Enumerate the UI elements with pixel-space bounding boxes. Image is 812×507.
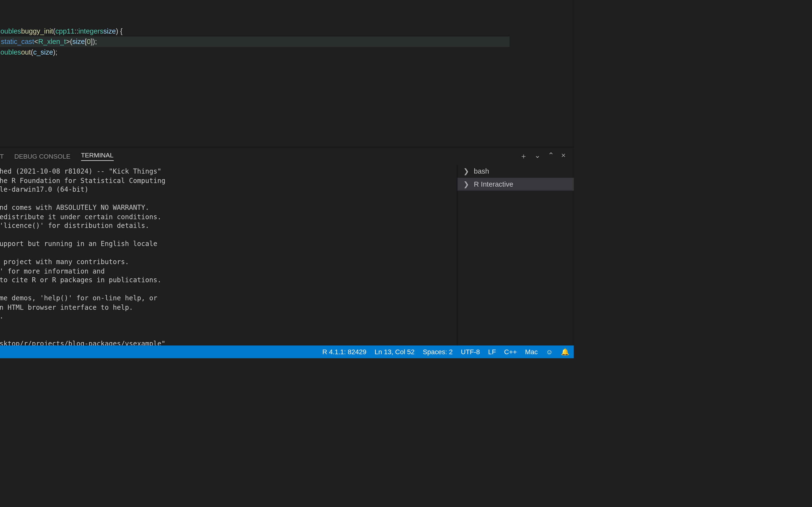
notifications-icon[interactable]: 🔔 (561, 348, 569, 356)
bottom-panel: PROBLEMS1 OUTPUT DEBUG CONSOLE TERMINAL … (0, 147, 574, 345)
panel-tab-debug-console[interactable]: DEBUG CONSOLE (14, 153, 70, 160)
cursor-position[interactable]: Ln 13, Col 52 (374, 348, 415, 355)
code-line[interactable]: cpp11::writable::doubles buggy_init(cpp1… (0, 26, 509, 37)
os-status[interactable]: Mac (525, 348, 538, 355)
editor-area: C code.cpp × ◫ ⋯ src › Ⓒ code.cpp › ⬠ bu… (0, 0, 574, 345)
terminal-session-r[interactable]: ❯R Interactive (457, 178, 574, 190)
terminal-session-bash[interactable]: ❯bash (457, 165, 574, 178)
terminal-icon: ❯ (463, 167, 469, 175)
eol-status[interactable]: LF (488, 348, 496, 355)
code-line[interactable]: return out; (0, 68, 509, 79)
close-panel-icon[interactable]: × (561, 151, 565, 162)
terminal-dropdown-icon[interactable]: ⌄ (534, 151, 541, 162)
minimap[interactable] (509, 0, 574, 147)
language-mode[interactable]: C++ (504, 348, 517, 355)
code-line[interactable]: buggy_fill(out, 2); (0, 57, 509, 68)
code-line[interactable]: cpp11::writable::doubles out(c_size); (0, 47, 509, 58)
panel-tab-output[interactable]: OUTPUT (0, 153, 4, 160)
code-editor[interactable]: #include <cpp11.hpp>void buggy_fill(cpp1… (0, 0, 509, 147)
r-version-status[interactable]: R 4.1.1: 82429 (322, 348, 367, 355)
code-line[interactable]: R_xlen_t c_size = static_cast<R_xlen_t>(… (0, 37, 509, 47)
terminal-output[interactable]: R version 4.1.1 Patched (2021-10-08 r810… (0, 165, 457, 345)
code-line[interactable] (0, 89, 509, 100)
terminal-icon: ❯ (463, 180, 469, 188)
encoding-status[interactable]: UTF-8 (461, 348, 480, 355)
code-line[interactable] (0, 5, 509, 15)
terminal-sessions: ❯bash ❯R Interactive (457, 165, 574, 345)
indentation-status[interactable]: Spaces: 2 (423, 348, 453, 355)
status-bar: ⇄ ⎇main* ⟳ ⓧ0 ⚠1 R 4.1.1: 82429 Ln 13, C… (0, 345, 574, 358)
panel-tab-terminal[interactable]: TERMINAL (81, 152, 114, 161)
code-line[interactable]: } (0, 0, 509, 5)
code-line[interactable]: } (0, 78, 509, 89)
maximize-panel-icon[interactable]: ⌃ (548, 151, 554, 162)
code-line[interactable]: [[cpp11::register]] (0, 15, 509, 26)
new-terminal-icon[interactable]: ＋ (520, 151, 527, 162)
feedback-icon[interactable]: ☺ (546, 348, 553, 355)
